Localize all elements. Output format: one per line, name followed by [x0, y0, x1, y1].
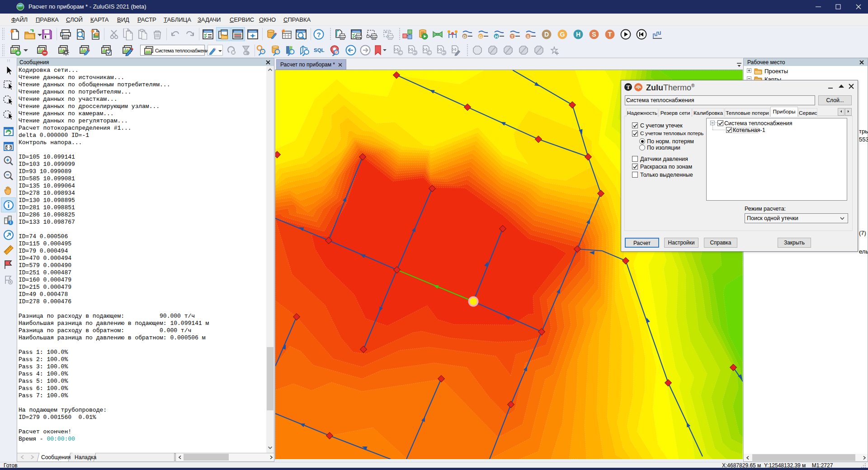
svg-text:G: G	[479, 34, 482, 39]
svg-text:S: S	[527, 34, 529, 39]
svg-text:S: S	[592, 31, 596, 38]
svg-text:D: D	[463, 34, 467, 39]
svg-text:T: T	[608, 31, 612, 38]
svg-text:H: H	[576, 31, 580, 38]
svg-text:D: D	[544, 31, 549, 38]
svg-text:G: G	[560, 31, 565, 38]
svg-text:T: T	[626, 84, 630, 90]
svg-text:SQL: SQL	[314, 47, 325, 53]
svg-text:?: ?	[316, 31, 321, 38]
svg-text:T: T	[511, 34, 514, 39]
svg-text:H: H	[495, 34, 498, 39]
